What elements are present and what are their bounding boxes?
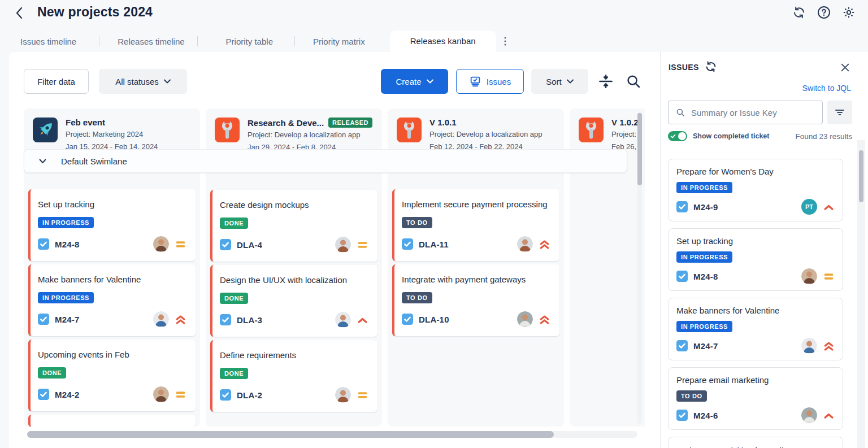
task-checkbox-icon[interactable] — [220, 314, 231, 325]
wrench-icon — [579, 118, 604, 142]
vertical-scrollbar-thumb[interactable] — [637, 113, 642, 185]
avatar-man-blue[interactable] — [335, 312, 351, 328]
task-checkbox-icon[interactable] — [220, 239, 231, 250]
issue-card[interactable]: Make banners for ValentineIN PROGRESSM24… — [28, 264, 196, 336]
page-title: New projects 2024 — [37, 5, 153, 20]
tab-priority-matrix[interactable]: Priority matrix — [311, 37, 367, 46]
task-checkbox-icon[interactable] — [676, 340, 688, 351]
tab-divider — [99, 36, 99, 46]
issues-button[interactable]: Issues — [456, 69, 524, 94]
issue-card[interactable]: Set up trackingIN PROGRESSM24-8 — [668, 228, 843, 291]
status-badge: IN PROGRESS — [38, 217, 94, 228]
tab-issues-timeline[interactable]: Issues timeline — [18, 37, 79, 46]
issue-key: M24-2 — [55, 390, 80, 399]
all-statuses-dropdown[interactable]: All statuses — [99, 69, 187, 94]
tab-priority-table[interactable]: Priority table — [224, 37, 275, 46]
issue-key: DLA-2 — [237, 390, 262, 400]
tab-releases-timeline[interactable]: Releases timeline — [115, 37, 186, 46]
avatar-man-plaid[interactable] — [335, 387, 351, 403]
release-status-badge: RELEASED — [328, 118, 372, 128]
avatar-man-plaid[interactable] — [335, 237, 351, 253]
avatar-man-blue[interactable] — [801, 338, 817, 354]
avatar-man-blue[interactable] — [153, 311, 169, 327]
issue-title: Brainstorm activities for April — [676, 443, 835, 448]
avatar-woman-tan[interactable] — [801, 268, 817, 284]
task-checkbox-icon[interactable] — [676, 201, 688, 212]
issue-card[interactable]: Design the UI/UX with localizationDONEDL… — [210, 265, 377, 337]
show-completed-toggle[interactable] — [668, 131, 687, 141]
vertical-scrollbar-track[interactable] — [637, 112, 642, 424]
avatar-woman-gray[interactable] — [801, 407, 817, 423]
task-checkbox-icon[interactable] — [220, 389, 231, 401]
horizontal-scrollbar-track[interactable] — [27, 431, 637, 438]
issue-card[interactable]: Define requirementsDONEDLA-2 — [210, 340, 377, 412]
task-checkbox-icon[interactable] — [38, 238, 49, 250]
issue-card[interactable]: Upcoming events in FebDONEM24-2 — [28, 340, 196, 411]
avatar-initials[interactable]: PT — [801, 199, 817, 215]
create-button[interactable]: Create — [381, 69, 448, 94]
close-icon[interactable] — [840, 63, 850, 72]
tab-releases-kanban[interactable]: Releases kanban — [390, 31, 496, 52]
issue-key: M24-6 — [693, 411, 718, 420]
release-title[interactable]: Feb event — [66, 118, 105, 127]
issue-card[interactable]: Make banners for ValentineIN PROGRESSM24… — [668, 298, 843, 360]
issue-card-partial[interactable] — [28, 415, 196, 427]
sidebar-filter-button[interactable] — [827, 101, 852, 124]
task-checkbox-icon[interactable] — [38, 389, 49, 400]
help-icon[interactable] — [817, 6, 831, 19]
priority-high-icon — [823, 410, 835, 421]
issue-title: Set up tracking — [38, 198, 186, 210]
issue-title: Make banners for Valentine — [38, 273, 186, 285]
settings-gear-icon[interactable] — [842, 6, 856, 19]
more-tabs-icon[interactable] — [498, 34, 512, 48]
tab-divider — [197, 36, 198, 46]
issue-card[interactable]: Prepare email marketingTO DOM24-6 — [668, 367, 843, 430]
status-badge: TO DO — [402, 292, 432, 303]
avatar-woman-tan[interactable] — [153, 236, 169, 252]
collapse-rows-button[interactable] — [597, 73, 614, 90]
issue-search-input[interactable] — [691, 108, 815, 118]
avatar-man-plaid[interactable] — [517, 236, 533, 252]
avatar-woman-gray[interactable] — [517, 311, 533, 327]
issue-card-partial[interactable]: Brainstorm activities for April — [668, 437, 843, 448]
sidebar-sync-icon[interactable] — [705, 60, 717, 73]
horizontal-scrollbar-thumb[interactable] — [27, 431, 554, 438]
issue-card[interactable]: Implement secure payment processingTO DO… — [392, 189, 559, 261]
chevron-down-icon — [164, 79, 171, 84]
issue-key: DLA-11 — [419, 240, 449, 249]
issue-title: Upcoming events in Feb — [38, 349, 186, 360]
status-badge: IN PROGRESS — [38, 292, 94, 303]
column-card-list: Implement secure payment processingTO DO… — [388, 189, 564, 336]
sidebar-scrollbar-track[interactable] — [857, 140, 865, 448]
sort-dropdown[interactable]: Sort — [531, 69, 588, 94]
collapse-rows-icon — [597, 73, 614, 90]
task-checkbox-icon[interactable] — [402, 314, 413, 325]
task-checkbox-icon[interactable] — [38, 314, 49, 325]
sidebar-scrollbar-thumb[interactable] — [859, 150, 863, 202]
issue-key: M24-8 — [693, 272, 718, 281]
issue-card[interactable]: Create design mockupsDONEDLA-4 — [210, 190, 377, 262]
task-checkbox-icon[interactable] — [676, 271, 688, 282]
release-title[interactable]: V 1.0.2 — [611, 118, 639, 127]
task-checkbox-icon[interactable] — [402, 238, 413, 250]
task-checkbox-icon[interactable] — [676, 410, 688, 421]
release-title[interactable]: Research & Deve... — [248, 118, 324, 128]
avatar-woman-tan[interactable] — [153, 386, 169, 402]
sync-icon[interactable] — [792, 6, 806, 19]
wrench-icon — [397, 118, 422, 142]
issue-card[interactable]: Set up trackingIN PROGRESSM24-8 — [28, 189, 196, 261]
release-title[interactable]: V 1.0.1 — [429, 118, 457, 127]
sidebar-title: ISSUES — [669, 63, 699, 72]
filter-data-button[interactable]: Filter data — [24, 69, 89, 94]
swimlane-header[interactable]: Default Swimlane — [24, 149, 627, 173]
status-badge: DONE — [38, 367, 66, 379]
priority-medium-icon — [175, 238, 186, 250]
issue-card[interactable]: Integrate with payment gatewaysTO DODLA-… — [392, 264, 559, 336]
issue-key: M24-8 — [55, 240, 80, 249]
search-button[interactable] — [625, 73, 642, 90]
priority-highest-icon — [823, 340, 835, 352]
issues-sidebar: ISSUES Switch to JQL — [660, 52, 868, 448]
back-chevron-icon[interactable] — [14, 7, 25, 19]
switch-to-jql-link[interactable]: Switch to JQL — [802, 84, 851, 93]
issue-card[interactable]: Prepare for Women's DayIN PROGRESSM24-9P… — [668, 159, 843, 221]
